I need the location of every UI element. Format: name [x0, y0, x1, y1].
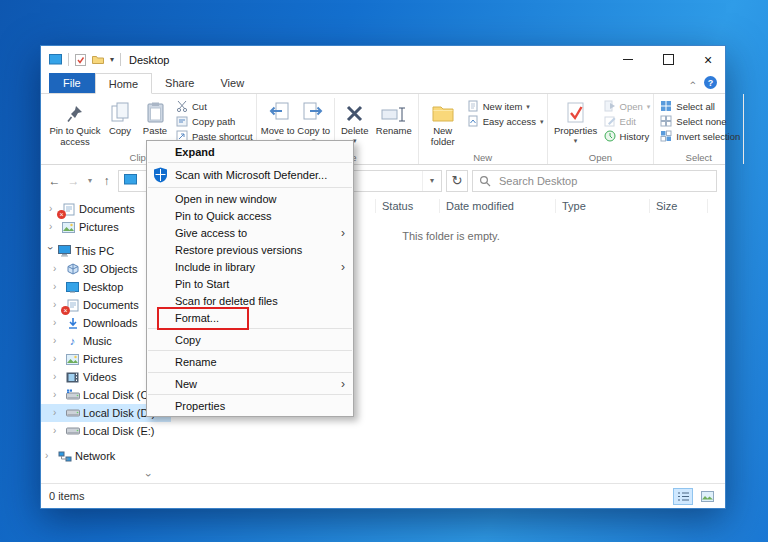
menu-item-copy[interactable]: Copy [147, 331, 353, 348]
close-button[interactable]: × [691, 46, 725, 73]
sidebar-scroll-down-icon[interactable]: › [143, 473, 155, 477]
submenu-arrow-icon: › [341, 227, 345, 239]
ribbon-tab-bar: File Home Share View › ? [41, 73, 725, 94]
tab-file[interactable]: File [49, 73, 95, 93]
new-item-button[interactable]: New item ▾ [467, 100, 544, 112]
menu-item-rename[interactable]: Rename [147, 353, 353, 370]
menu-item-restore-previous-versions[interactable]: Restore previous versions [147, 241, 353, 258]
chevron-right-icon[interactable]: › [53, 354, 62, 364]
document-icon: × [65, 298, 80, 312]
chevron-right-icon[interactable]: › [53, 318, 62, 328]
move-to-button[interactable]: Move to ▾ [260, 96, 296, 144]
menu-item-new[interactable]: New › [147, 375, 353, 392]
menu-item-properties[interactable]: Properties [147, 397, 353, 414]
copy-button[interactable]: Copy [103, 96, 137, 137]
maximize-button[interactable] [651, 46, 685, 73]
select-all-button[interactable]: Select all [660, 100, 740, 112]
rename-button[interactable]: Rename [373, 96, 415, 137]
sidebar-item-network[interactable]: › Network [41, 447, 171, 465]
menu-item-expand[interactable]: Expand [147, 143, 353, 160]
chevron-right-icon[interactable]: › [45, 451, 54, 461]
copy-to-button[interactable]: Copy to ▾ [296, 96, 332, 144]
menu-item-label: Scan for deleted files [175, 295, 278, 307]
easy-access-icon [467, 115, 479, 127]
search-box[interactable] [472, 170, 717, 192]
recent-locations-caret-icon[interactable]: ▾ [85, 176, 95, 185]
delete-label: Delete [341, 126, 368, 137]
thumbnail-view-button[interactable] [697, 488, 717, 505]
column-header-status[interactable]: Status [376, 199, 440, 213]
menu-item-label: Give access to [175, 227, 247, 239]
tab-home[interactable]: Home [95, 73, 152, 94]
cut-button[interactable]: Cut [176, 100, 253, 112]
new-folder-button[interactable]: New folder [422, 96, 464, 148]
easy-access-button[interactable]: Easy access ▾ [467, 115, 544, 127]
qat-customize-caret-icon[interactable]: ▾ [110, 55, 114, 64]
sidebar-item-label: Documents [79, 203, 135, 215]
edit-button[interactable]: Edit [604, 115, 651, 127]
tab-view[interactable]: View [207, 73, 257, 93]
menu-item-scan-with-defender[interactable]: Scan with Microsoft Defender... [147, 165, 353, 185]
column-header-size[interactable]: Size [650, 199, 708, 213]
select-none-button[interactable]: Select none [660, 115, 740, 127]
copy-path-button[interactable]: Copy path [176, 115, 253, 127]
chevron-down-icon[interactable]: › [45, 247, 55, 256]
menu-item-include-in-library[interactable]: Include in library › [147, 258, 353, 275]
refresh-button[interactable]: ↻ [446, 170, 468, 192]
history-button[interactable]: History [604, 130, 651, 142]
chevron-right-icon[interactable]: › [53, 372, 62, 382]
column-header-date-modified[interactable]: Date modified [440, 199, 556, 213]
up-button[interactable]: ↑ [99, 174, 114, 188]
ribbon-group-new: New folder New item ▾ Easy access ▾ New [419, 94, 548, 164]
menu-item-scan-for-deleted-files[interactable]: Scan for deleted files [147, 292, 353, 309]
menu-item-open-in-new-window[interactable]: Open in new window [147, 190, 353, 207]
copy-to-label: Copy to [297, 126, 330, 137]
qat-properties-icon[interactable] [75, 54, 86, 66]
column-header-type[interactable]: Type [556, 199, 650, 213]
this-pc-icon [57, 244, 72, 258]
chevron-right-icon[interactable]: › [53, 408, 62, 418]
chevron-right-icon[interactable]: › [53, 336, 62, 346]
delete-icon [345, 98, 364, 123]
sidebar-item-label: Documents [83, 299, 139, 311]
pin-to-quick-access-button[interactable]: Pin to Quick access [47, 96, 103, 148]
thumbnail-view-icon [701, 491, 714, 502]
delete-button[interactable]: Delete ▾ [337, 96, 373, 144]
sidebar-item-label: Pictures [83, 353, 123, 365]
menu-item-pin-to-quick-access[interactable]: Pin to Quick access [147, 207, 353, 224]
invert-selection-button[interactable]: Invert selection [660, 130, 740, 142]
tab-share[interactable]: Share [152, 73, 207, 93]
address-dropdown-caret-icon[interactable]: ▾ [422, 171, 441, 191]
chevron-right-icon[interactable]: › [53, 264, 62, 274]
move-to-label: Move to [261, 126, 295, 137]
menu-separator [148, 187, 352, 188]
chevron-right-icon[interactable]: › [49, 222, 58, 232]
qat-new-folder-icon[interactable] [92, 55, 104, 65]
menu-item-give-access-to[interactable]: Give access to › [147, 224, 353, 241]
collapse-ribbon-icon[interactable]: › [686, 81, 698, 85]
submenu-arrow-icon: › [341, 261, 345, 273]
menu-item-label: Restore previous versions [175, 244, 302, 256]
sidebar-item-local-disk-e[interactable]: › Local Disk (E:) [41, 422, 171, 440]
details-view-button[interactable] [673, 488, 693, 505]
menu-item-label: Open in new window [175, 193, 277, 205]
properties-button[interactable]: Properties ▾ [551, 96, 601, 144]
chevron-right-icon[interactable]: › [53, 390, 62, 400]
address-location-icon [124, 174, 137, 187]
chevron-right-icon[interactable]: › [53, 282, 62, 292]
minimize-button[interactable] [611, 46, 645, 73]
chevron-right-icon[interactable]: › [53, 426, 62, 436]
paste-button[interactable]: Paste [137, 96, 173, 137]
cut-icon [176, 100, 188, 112]
sidebar-item-label: Downloads [83, 317, 137, 329]
help-icon[interactable]: ? [704, 76, 717, 89]
properties-label: Properties [554, 126, 597, 137]
menu-item-pin-to-start[interactable]: Pin to Start [147, 275, 353, 292]
menu-item-label: Properties [175, 400, 225, 412]
forward-button[interactable]: → [66, 174, 81, 188]
back-button[interactable]: ← [47, 174, 62, 188]
search-input[interactable] [497, 174, 710, 188]
group-label-open: Open [548, 152, 654, 163]
open-button[interactable]: Open ▾ [604, 100, 651, 112]
menu-item-format[interactable]: Format... [147, 309, 353, 326]
